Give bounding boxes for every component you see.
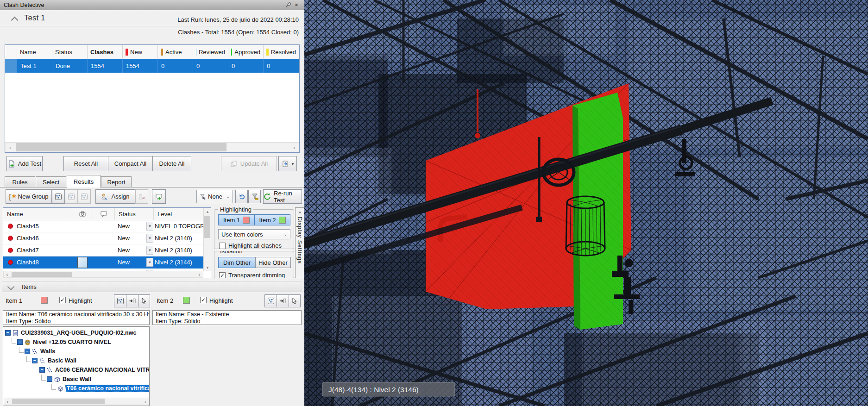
results-col-level[interactable]: Level — [153, 208, 211, 220]
status-dropdown-icon[interactable]: ▾ — [146, 222, 153, 231]
rerun-test-button[interactable]: Re-run Test — [263, 189, 302, 204]
item2-highlight-checkbox[interactable]: ✓ — [200, 297, 207, 303]
items-header-bar[interactable]: Items — [2, 281, 302, 292]
import-export-dropdown-button[interactable]: ▾ — [278, 156, 297, 171]
collapse-box-icon[interactable]: − — [25, 349, 30, 354]
unassign-button[interactable] — [135, 189, 148, 204]
scroll-right-icon[interactable]: › — [196, 271, 203, 277]
scroll-right-icon[interactable]: › — [142, 398, 149, 405]
collapse-box-icon[interactable]: − — [5, 330, 11, 336]
scroll-up-icon[interactable]: ▴ — [204, 208, 211, 215]
status-dropdown-icon[interactable]: ▾ — [146, 246, 153, 255]
item2-focus-icon-button[interactable] — [277, 294, 289, 307]
scroll-right-icon[interactable]: › — [289, 143, 299, 152]
test-collapse-chevron-icon[interactable] — [12, 18, 17, 23]
tree-node[interactable]: −Nivel +12.05 CUARTO NIVEL — [5, 337, 149, 347]
results-hscrollbar[interactable]: ‹ › — [3, 271, 203, 278]
tab-report[interactable]: Report — [101, 176, 132, 187]
collapse-box-icon[interactable]: − — [17, 339, 23, 345]
display-settings-tab[interactable]: » Display Settings — [295, 207, 304, 278]
group-clashes-button[interactable] — [52, 189, 65, 204]
clash-row[interactable]: Clash45 New ▾ NIVEL 0 TOPOGRAFICO... — [3, 220, 211, 232]
results-col-status[interactable]: Status — [114, 208, 153, 220]
clash-row[interactable]: Clash47 New ▾ Nivel 2 (3140) — [3, 244, 211, 256]
status-dropdown-icon[interactable]: ▾ — [146, 258, 153, 267]
clash-row-selected[interactable]: Clash48 New ▾ Nivel 2 (3144) — [3, 256, 211, 269]
scroll-thumb[interactable] — [12, 399, 105, 404]
item-colors-dropdown[interactable]: Use item colors⌄ — [218, 229, 290, 239]
tests-hscrollbar[interactable]: ‹ › — [5, 142, 299, 152]
tree-node[interactable]: −Walls — [5, 347, 149, 356]
clash-row[interactable]: Clash46 New ▾ Nivel 2 (3140) — [3, 232, 211, 244]
clash-name: Clash48 — [17, 259, 72, 266]
tree-node[interactable]: −Basic Wall — [5, 356, 149, 365]
tree-node[interactable]: −CUI2339031_ARQ-UGEL_PUQUIO-I02.nwc — [5, 328, 149, 337]
test-row-selected[interactable]: Test 1 Done 1554 1554 0 0 0 0 — [5, 59, 299, 73]
col-resolved[interactable]: Resolved — [264, 45, 299, 59]
scroll-thumb[interactable] — [12, 272, 72, 277]
delete-all-button[interactable]: Delete All — [152, 156, 191, 171]
tab-rules[interactable]: Rules — [5, 176, 35, 187]
camera-column-icon[interactable] — [72, 208, 93, 220]
results-col-name[interactable]: Name — [3, 211, 72, 218]
col-approved[interactable]: Approved — [228, 45, 264, 59]
scroll-left-icon[interactable]: ‹ — [4, 398, 11, 405]
item1-focus-icon-button[interactable] — [126, 294, 138, 307]
transparent-dimming-checkbox[interactable]: ✓ — [219, 272, 226, 279]
dim-other-button[interactable]: Dim Other — [218, 257, 255, 268]
tree-node[interactable]: −AC06 CERAMICO NACIONAL VITRIFICA — [5, 365, 149, 375]
item2-toggle-button[interactable]: Item 2 — [254, 214, 290, 225]
tree-node[interactable]: −Basic Wall — [5, 375, 149, 384]
status-dropdown-icon[interactable]: ▾ — [146, 234, 153, 243]
collapse-box-icon[interactable]: − — [47, 376, 52, 382]
item1-color-swatch — [243, 217, 250, 224]
ungroup-button[interactable] — [65, 189, 78, 204]
reset-all-button[interactable]: Reset All — [63, 156, 108, 171]
col-active[interactable]: Active — [158, 45, 193, 59]
highlight-all-checkbox[interactable] — [219, 243, 226, 249]
update-all-button[interactable]: Update All — [221, 156, 277, 171]
clash-thumbnail[interactable] — [77, 257, 88, 268]
add-comment-button[interactable] — [152, 189, 166, 204]
add-test-button[interactable]: Add Test — [6, 156, 43, 171]
new-group-button[interactable]: [✱New Group — [6, 189, 52, 204]
tests-table: Name Status Clashes New Active Reviewed … — [5, 44, 300, 153]
item1-select-icon-button[interactable] — [138, 294, 150, 307]
col-reviewed[interactable]: Reviewed — [193, 45, 228, 59]
scroll-down-icon[interactable]: ▾ — [204, 264, 211, 271]
hide-other-button[interactable]: Hide Other — [255, 257, 291, 268]
tab-results[interactable]: Results — [67, 175, 101, 187]
3d-viewport[interactable]: J(48)-4(134) : Nivel 2 (3146) — [304, 0, 868, 406]
collapse-box-icon[interactable]: − — [32, 358, 38, 363]
undo-button[interactable] — [235, 190, 248, 203]
scroll-thumb[interactable] — [16, 143, 226, 151]
isolation-group: Isolation Dim Other Hide Other ✓ Transpa… — [214, 251, 294, 278]
filter-dropdown[interactable]: None⌄ — [196, 190, 233, 203]
col-name[interactable]: Name — [17, 45, 52, 59]
close-icon[interactable]: × — [292, 1, 301, 9]
comment-column-icon[interactable] — [93, 208, 114, 220]
scroll-left-icon[interactable]: ‹ — [6, 143, 15, 152]
item1-group-icon-button[interactable] — [114, 294, 126, 307]
item2-select-icon-button[interactable] — [289, 294, 301, 307]
tree-node-selected[interactable]: T06 cerámico nacional vitrificado 30 x 3… — [5, 384, 149, 393]
pin-icon[interactable] — [284, 1, 292, 9]
col-new[interactable]: New — [123, 45, 158, 59]
scroll-left-icon[interactable]: ‹ — [4, 271, 11, 277]
results-vscrollbar[interactable]: ▴ ▾ — [203, 208, 211, 271]
item1-highlight-checkbox[interactable]: ✓ — [59, 297, 66, 303]
tab-select[interactable]: Select — [36, 176, 66, 187]
item2-group-icon-button[interactable] — [264, 294, 277, 307]
tree1-hscrollbar[interactable]: ‹ › — [4, 398, 149, 405]
assign-button[interactable]: Assign — [95, 189, 135, 204]
col-clashes[interactable]: Clashes — [88, 45, 123, 59]
col-status[interactable]: Status — [52, 45, 88, 59]
scroll-thumb[interactable] — [204, 216, 210, 238]
highlight-filter-button[interactable] — [248, 190, 261, 203]
items-collapse-chevron-icon[interactable] — [7, 283, 15, 290]
remove-from-group-button[interactable] — [78, 189, 91, 204]
collapse-box-icon[interactable]: − — [39, 367, 45, 373]
item2-name-text: Item Name: Fase - Existente — [156, 311, 298, 318]
item1-toggle-button[interactable]: Item 1 — [218, 214, 254, 225]
compact-all-button[interactable]: Compact All — [108, 156, 153, 171]
